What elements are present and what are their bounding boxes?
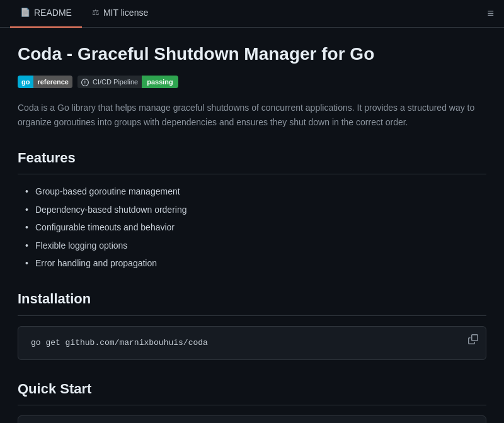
quickstart-heading: Quick Start (18, 378, 486, 405)
badges-row: go reference CI/CD Pipeline passing (18, 76, 486, 88)
tab-bar-right: ≡ (487, 4, 494, 23)
feature-item-2: Dependency-based shutdown ordering (23, 203, 486, 217)
feature-list: Group-based goroutine management Depende… (18, 184, 486, 270)
quickstart-code-block: shutdown := coda . NewShutdown () // Cre… (18, 415, 486, 423)
tab-mit-license[interactable]: ⚖ MIT license (82, 0, 158, 28)
installation-heading: Installation (18, 288, 486, 315)
tab-readme-label: README (34, 6, 72, 20)
feature-item-5: Error handling and propagation (23, 256, 486, 270)
badge-go-right: reference (33, 76, 72, 88)
badge-ci-pipeline[interactable]: CI/CD Pipeline passing (77, 76, 178, 88)
install-code-block: go get github.com/marnixbouhuis/coda (18, 326, 486, 361)
features-heading: Features (18, 147, 486, 174)
feature-item-3: Configurable timeouts and behavior (23, 220, 486, 234)
license-icon: ⚖ (92, 6, 100, 20)
tab-list: 📄 README ⚖ MIT license (10, 0, 158, 28)
badge-ci-passing: passing (142, 76, 178, 88)
install-command: go get github.com/marnixbouhuis/coda (31, 338, 208, 347)
tab-bar: 📄 README ⚖ MIT license ≡ (0, 0, 504, 28)
badge-go-left: go (18, 76, 33, 88)
badge-ci-label: CI/CD Pipeline (93, 78, 138, 86)
feature-item-1: Group-based goroutine management (23, 184, 486, 198)
badge-go-reference[interactable]: go reference (18, 76, 72, 88)
readme-icon: 📄 (20, 6, 30, 20)
menu-icon[interactable]: ≡ (487, 4, 494, 23)
main-content: Coda - Graceful Shutdown Manager for Go … (0, 28, 504, 423)
page-title: Coda - Graceful Shutdown Manager for Go (18, 43, 486, 65)
feature-item-4: Flexible logging options (23, 239, 486, 252)
badge-ci-icon: CI/CD Pipeline (77, 76, 142, 88)
description: Coda is a Go library that helps manage g… (18, 101, 486, 129)
tab-readme[interactable]: 📄 README (10, 0, 82, 28)
copy-install-button[interactable] (468, 334, 478, 344)
tab-mit-label: MIT license (103, 6, 148, 20)
